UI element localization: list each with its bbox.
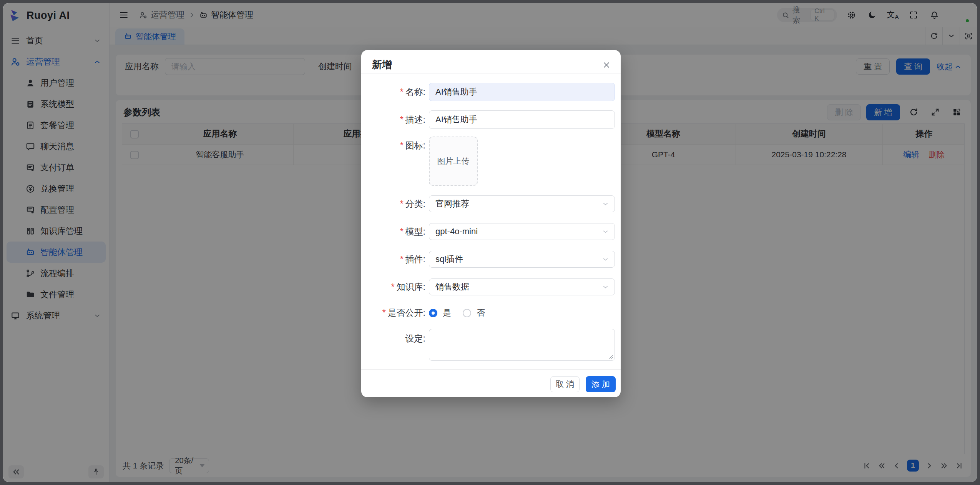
kb-select[interactable]: 销售数据 [429,278,615,295]
required-mark: * [400,87,404,97]
setting-textarea[interactable] [429,329,615,361]
form-row-kb: *知识库: 销售数据 [361,278,621,295]
name-label: *名称: [361,86,425,98]
modal-footer-divider [361,369,621,370]
form-row-public: *是否公开: 是 否 [361,307,621,319]
upload-label: 图片上传 [437,156,470,167]
modal-header-divider [361,73,621,73]
close-icon[interactable] [601,59,612,71]
add-confirm-button[interactable]: 添 加 [586,376,616,392]
add-agent-modal: 新增 *名称: *描述: *图标: 图片上传 [361,50,621,397]
name-input[interactable] [429,83,615,101]
chevron-down-icon [602,228,609,235]
public-radio-group: 是 否 [429,307,491,319]
form-row-category: *分类: 官网推荐 [361,195,621,212]
category-select[interactable]: 官网推荐 [429,195,615,212]
required-mark: * [391,282,395,292]
radio-no[interactable] [463,309,471,317]
category-value: 官网推荐 [435,198,469,210]
required-mark: * [382,308,386,318]
kb-value: 销售数据 [435,281,469,293]
form-row-model: *模型: gpt-4o-mini [361,223,621,240]
chevron-down-icon [602,283,609,291]
form-row-desc: *描述: [361,110,621,129]
required-mark: * [400,254,404,264]
radio-yes[interactable] [429,309,437,317]
plugin-value: sql插件 [435,253,463,265]
resize-handle[interactable] [608,353,613,359]
form-row-setting: 设定: [361,329,621,361]
radio-no-label: 否 [477,307,485,319]
plugin-select[interactable]: sql插件 [429,251,615,268]
plugin-label: *插件: [361,253,425,265]
setting-label: 设定: [361,333,425,345]
chevron-down-icon [602,200,609,208]
kb-label: *知识库: [361,281,425,293]
required-mark: * [400,140,404,150]
model-label: *模型: [361,226,425,238]
model-value: gpt-4o-mini [435,227,478,237]
required-mark: * [400,227,404,237]
category-label: *分类: [361,198,425,210]
chevron-down-icon [602,256,609,263]
desc-input[interactable] [429,110,615,129]
screen: Ruoyi AI 首页 运营管理 [0,0,980,485]
form-row-plugin: *插件: sql插件 [361,251,621,268]
public-label: *是否公开: [361,307,425,319]
icon-label: *图标: [361,140,425,152]
image-upload-button[interactable]: 图片上传 [429,137,478,186]
cancel-button[interactable]: 取 消 [550,376,580,392]
form-row-name: *名称: [361,83,621,101]
desc-label: *描述: [361,114,425,126]
required-mark: * [400,199,404,209]
model-select[interactable]: gpt-4o-mini [429,223,615,240]
form-row-icon: *图标: 图片上传 [361,137,621,186]
required-mark: * [400,115,404,125]
modal-title: 新增 [372,58,392,72]
radio-yes-label: 是 [443,307,451,319]
app-window: Ruoyi AI 首页 运营管理 [3,3,977,482]
